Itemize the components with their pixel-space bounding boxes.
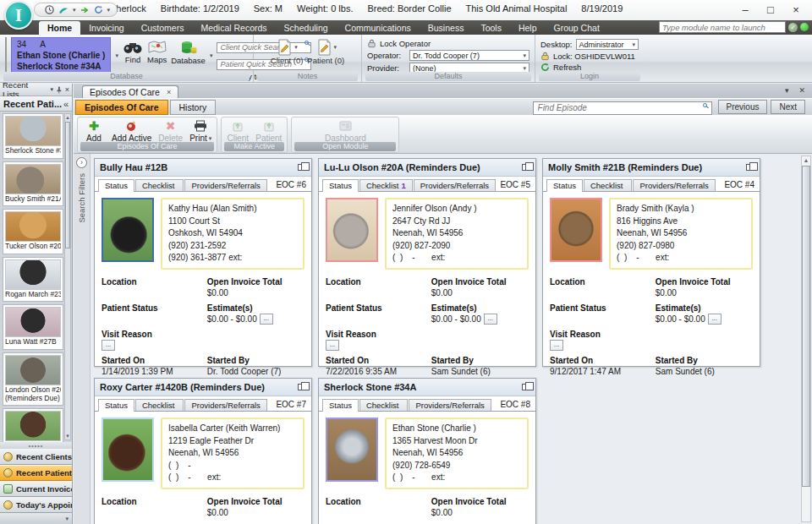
add-button[interactable]: ✚ Add (83, 119, 105, 143)
tab-home[interactable]: Home (39, 21, 80, 35)
chevron-down-icon[interactable]: ▾ (73, 7, 76, 14)
tab-status[interactable]: Status (322, 399, 359, 412)
popout-icon[interactable] (746, 164, 753, 171)
main-scrollbar[interactable]: ▲ (801, 156, 811, 522)
go-arrow-icon[interactable] (80, 6, 90, 14)
tab-status[interactable]: Status (322, 179, 359, 192)
chevron-down-icon[interactable]: ▾ (294, 44, 298, 51)
recent-patient-item[interactable]: Thor Olson #26B (3, 408, 63, 443)
close-icon[interactable]: ✕ (798, 86, 805, 95)
chevron-down-icon[interactable]: ▾ (107, 7, 111, 14)
client-notes-button[interactable]: ▾ Client (0) (271, 37, 304, 65)
tab-checklist[interactable]: Checklist1 (359, 179, 413, 191)
recent-patient-item[interactable]: Tucker Olson #20B (3, 209, 63, 254)
refresh-button[interactable]: Refresh (540, 63, 639, 72)
popout-icon[interactable] (522, 384, 529, 390)
tab-list-dropdown-icon[interactable]: ▾ (785, 86, 789, 95)
maps-button[interactable]: Maps (147, 37, 167, 64)
scroll-up-icon[interactable]: ▲ (802, 156, 810, 165)
scrollbar-thumb[interactable] (802, 166, 810, 487)
sidebar-item-recent-patients[interactable]: Recent Patients (0, 465, 72, 481)
sidebar-scrollbar[interactable]: ▲ ▼ (64, 113, 71, 440)
collapse-icon[interactable]: « (63, 99, 69, 109)
previous-button[interactable]: Previous (718, 100, 768, 114)
dashboard-button[interactable]: Dashboard (325, 119, 366, 143)
delete-button[interactable]: ✖ Delete (158, 119, 183, 143)
expand-filters-button[interactable]: › (76, 157, 87, 168)
episode-card[interactable]: Sherlock Stone #34A Status Checklist Pro… (318, 378, 536, 524)
print-button[interactable]: Print▾ (189, 119, 211, 143)
tab-status[interactable]: Status (546, 179, 583, 192)
tab-tools[interactable]: Tools (472, 21, 510, 35)
tab-invoicing[interactable]: Invoicing (80, 21, 132, 35)
recent-patient-item[interactable]: Rogan March #23. (3, 257, 63, 303)
visit-reason-more-button[interactable]: ... (550, 340, 563, 351)
find-episode-input[interactable] (533, 101, 712, 115)
tab-customers[interactable]: Customers (133, 21, 193, 35)
tab-providers-referrals[interactable]: Providers/Referrals (184, 179, 266, 191)
launch-ok-icon[interactable]: ✓ (788, 23, 798, 32)
tab-group-chat[interactable]: Group Chat (546, 21, 608, 35)
visit-reason-more-button[interactable]: ... (102, 340, 115, 351)
subtab-episodes-of-care[interactable]: Episodes Of Care (75, 100, 168, 115)
tab-checklist[interactable]: Checklist (135, 399, 184, 411)
tab-providers-referrals[interactable]: Providers/Referrals (409, 399, 491, 411)
estimates-more-button[interactable]: ... (260, 314, 273, 325)
chevron-down-icon[interactable]: ▾ (209, 135, 212, 142)
sidebar-item-recent-clients[interactable]: Recent Clients (0, 449, 72, 465)
doc-tab-episodes-of-care[interactable]: Episodes Of Care × (82, 85, 178, 98)
maximize-button[interactable]: □ (758, 0, 783, 19)
operator-select[interactable]: Dr. Todd Cooper (7) ▾ (409, 50, 529, 61)
episode-card[interactable]: Roxy Carter #1420B (Reminders Due) Statu… (94, 378, 312, 524)
redo-icon[interactable] (94, 5, 103, 14)
recent-patient-item[interactable]: Bucky Smith #21A (3, 161, 63, 207)
tab-checklist[interactable]: Checklist (359, 399, 409, 411)
close-tab-icon[interactable]: × (167, 88, 171, 96)
chevron-down-icon[interactable]: ▾ (51, 86, 54, 93)
make-active-client-button[interactable]: Client (227, 119, 249, 143)
visit-reason-more-button[interactable]: ... (326, 340, 339, 351)
recent-patient-item[interactable]: Sherlock Stone #3 (3, 113, 63, 159)
tab-status[interactable]: Status (98, 399, 134, 412)
episode-card[interactable]: Bully Hau #12B Status Checklist Provider… (94, 158, 312, 367)
conclude-icon[interactable] (58, 6, 69, 14)
recent-patient-item[interactable]: Luna Watt #27B (3, 304, 63, 350)
recent-patient-item[interactable]: London Olson #26 (Reminders Due) (3, 352, 63, 406)
scroll-down-icon[interactable]: ▼ (65, 433, 70, 439)
popout-icon[interactable] (298, 164, 304, 171)
close-icon[interactable]: × (65, 85, 69, 94)
desktop-select[interactable]: Administrator ▾ (576, 39, 639, 50)
lock-operator-toggle[interactable]: Lock Operator (367, 39, 529, 48)
search-icon[interactable] (703, 103, 707, 107)
tab-help[interactable]: Help (510, 21, 546, 35)
episode-card[interactable]: Molly Smith #21B (Reminders Due) Status … (542, 158, 760, 367)
tab-providers-referrals[interactable]: Providers/Referrals (414, 179, 496, 191)
sidebar-item-current-invoices[interactable]: Current Invoices (0, 481, 72, 497)
minimize-button[interactable]: – (732, 0, 758, 19)
tab-communications[interactable]: Communications (337, 21, 420, 35)
estimates-more-button[interactable]: ... (484, 314, 497, 325)
subtab-history[interactable]: History (170, 100, 217, 115)
find-button[interactable]: Find (123, 37, 143, 64)
tab-checklist[interactable]: Checklist (135, 179, 184, 191)
scrollbar-thumb[interactable] (65, 122, 70, 248)
database-button[interactable]: Database (171, 37, 206, 65)
tab-business[interactable]: Business (420, 21, 473, 35)
next-button[interactable]: Next (771, 100, 805, 114)
popout-icon[interactable] (522, 164, 529, 171)
add-active-button[interactable]: Add Active (112, 119, 151, 143)
estimates-more-button[interactable]: ... (708, 314, 721, 325)
scroll-up-icon[interactable]: ▲ (65, 114, 70, 121)
tab-providers-referrals[interactable]: Providers/Referrals (633, 179, 715, 191)
tab-medical-records[interactable]: Medical Records (192, 21, 275, 35)
close-button[interactable]: × (783, 0, 809, 19)
splitter-grip[interactable]: ••••• (0, 442, 72, 449)
lock-workstation[interactable]: Lock: OSHIDEVLW011 (540, 52, 639, 61)
sidebar-item-todays-appointments[interactable]: Today's Appoint... (0, 497, 72, 513)
popout-icon[interactable] (298, 384, 304, 390)
tab-checklist[interactable]: Checklist (584, 179, 633, 191)
episode-card[interactable]: Lu-Lu Olson #20A (Reminders Due) Status … (318, 158, 536, 367)
current-patient-photo[interactable] (5, 37, 7, 73)
current-patient-banner[interactable]: 34 A Ethan Stone (Charlie ) Sherlock Sto… (11, 37, 111, 73)
pin-icon[interactable] (56, 86, 63, 94)
